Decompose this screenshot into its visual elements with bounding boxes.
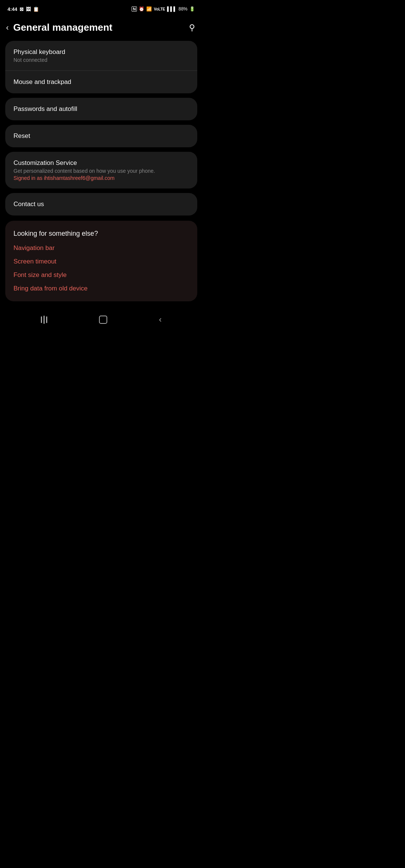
image-icon: 🖼 <box>26 6 31 12</box>
time-text: 4:44 <box>8 6 17 12</box>
passwords-autofill-title: Passwords and autofill <box>14 105 189 113</box>
looking-section: Looking for something else? Navigation b… <box>5 221 197 301</box>
keyboard-group-card: Physical keyboard Not connected Mouse an… <box>5 41 197 93</box>
physical-keyboard-subtitle: Not connected <box>14 57 189 63</box>
bottom-navigation: ‹ <box>0 309 202 332</box>
mouse-trackpad-title: Mouse and trackpad <box>14 78 189 86</box>
header-left: ‹ General management <box>6 22 112 33</box>
navigation-bar-link[interactable]: Navigation bar <box>14 244 189 252</box>
screen-timeout-link[interactable]: Screen timeout <box>14 258 189 265</box>
reset-item[interactable]: Reset <box>5 125 197 147</box>
customization-group-card: Customization Service Get personalized c… <box>5 152 197 189</box>
battery-text: 88% <box>178 6 188 12</box>
customization-service-title: Customization Service <box>14 159 189 167</box>
bring-data-link[interactable]: Bring data from old device <box>14 285 189 292</box>
status-icons: N ⏰ 📶 VoLTE ▌▌▌ 88% 🔋 <box>132 6 195 12</box>
volte-icon: VoLTE <box>154 7 165 11</box>
font-size-style-link[interactable]: Font size and style <box>14 271 189 279</box>
mouse-trackpad-item[interactable]: Mouse and trackpad <box>5 71 197 93</box>
signal-icon: ▌▌▌ <box>167 6 177 12</box>
status-time: 4:44 ⊠ 🖼 📋 <box>8 6 39 12</box>
customization-service-subtitle: Get personalized content based on how yo… <box>14 168 189 174</box>
notification-icon: ⊠ <box>20 6 24 12</box>
customization-service-link: Signed in as ihtishamtashreef6@gmail.com <box>14 175 189 181</box>
page-header: ‹ General management ⚲ <box>0 16 202 41</box>
home-button[interactable] <box>99 316 107 324</box>
clipboard-icon: 📋 <box>33 6 39 12</box>
battery-icon: 🔋 <box>189 6 195 12</box>
recent-apps-button[interactable] <box>41 316 47 324</box>
back-nav-button[interactable]: ‹ <box>159 315 162 325</box>
back-button[interactable]: ‹ <box>6 23 9 33</box>
physical-keyboard-title: Physical keyboard <box>14 48 189 56</box>
contact-us-item[interactable]: Contact us <box>5 193 197 216</box>
physical-keyboard-item[interactable]: Physical keyboard Not connected <box>5 41 197 70</box>
nfc-icon: N <box>132 6 137 12</box>
contact-group-card: Contact us <box>5 193 197 216</box>
looking-title: Looking for something else? <box>14 230 189 238</box>
alarm-icon: ⏰ <box>139 6 144 12</box>
reset-title: Reset <box>14 132 189 140</box>
reset-group-card: Reset <box>5 125 197 147</box>
customization-service-item[interactable]: Customization Service Get personalized c… <box>5 152 197 189</box>
settings-list: Physical keyboard Not connected Mouse an… <box>0 41 202 216</box>
search-button[interactable]: ⚲ <box>189 23 195 33</box>
contact-us-title: Contact us <box>14 201 189 208</box>
wifi-icon: 📶 <box>146 6 152 12</box>
passwords-group-card: Passwords and autofill <box>5 98 197 120</box>
page-title: General management <box>13 22 112 33</box>
passwords-autofill-item[interactable]: Passwords and autofill <box>5 98 197 120</box>
status-bar: 4:44 ⊠ 🖼 📋 N ⏰ 📶 VoLTE ▌▌▌ 88% 🔋 <box>0 0 202 16</box>
